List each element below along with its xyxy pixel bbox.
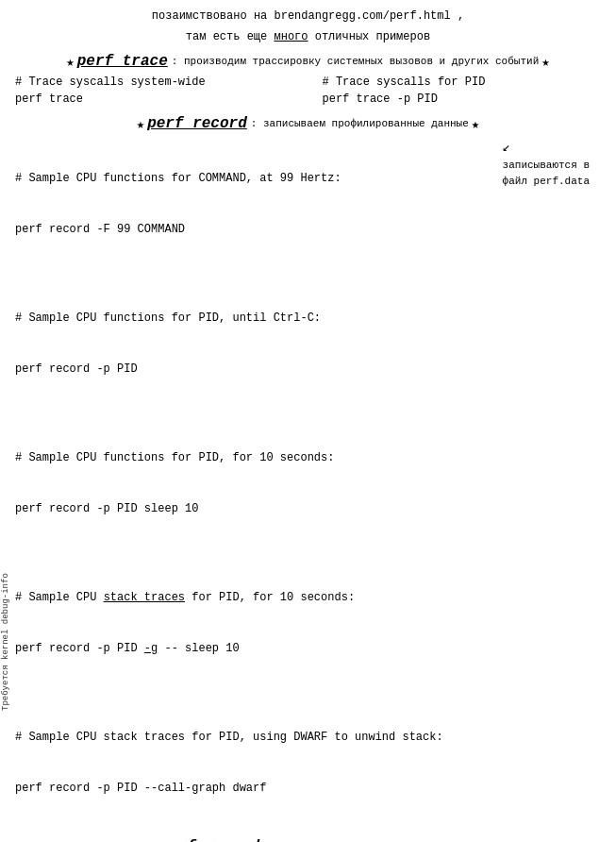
trace-col2-code: perf trace -p PID xyxy=(323,91,602,108)
perf-record2-command: perf record xyxy=(159,838,259,842)
star-icon-record1-left: ★ xyxy=(137,116,144,132)
perf-trace-desc: : производим трассировку системных вызов… xyxy=(172,56,539,67)
perf-record1-command: perf record xyxy=(147,115,247,132)
intro-line1: позаимствовано на brendangregg.com/perf.… xyxy=(15,8,601,25)
perf-record1-desc: : записываем профилированные данные xyxy=(251,118,469,129)
record2-section: ★ perf record : записываем данные трасси… xyxy=(15,838,601,842)
star-icon-trace-left: ★ xyxy=(66,54,74,70)
perf-record1-header: ★ perf record : записываем профилированн… xyxy=(15,115,601,132)
record1-block5: # Sample CPU stack traces for PID, using… xyxy=(15,695,601,831)
stack-traces-underline: stack traces xyxy=(104,591,185,604)
star-icon-record2-left: ★ xyxy=(149,839,157,843)
record1-annotation: ↙ записываются в файл perf.data xyxy=(503,138,590,189)
record1-block4: # Sample CPU stack traces for PID, for 1… xyxy=(15,555,601,691)
perf-record2-header: ★ perf record : записываем данные трасси… xyxy=(15,838,601,842)
star-icon-record2-right: ★ xyxy=(459,839,467,843)
trace-col1-code: perf trace xyxy=(15,91,294,108)
perf-trace-cols: # Trace syscalls system-wide perf trace … xyxy=(15,74,601,108)
star-icon-record1-right: ★ xyxy=(472,116,479,132)
intro-line2: там есть еще много отличных примеров xyxy=(15,28,601,45)
g-flag-underline: -g xyxy=(144,642,158,655)
record1-block2: # Sample CPU functions for PID, until Ct… xyxy=(15,276,601,412)
perf-trace-command: perf trace xyxy=(77,53,168,70)
trace-col2-comment: # Trace syscalls for PID xyxy=(323,74,602,91)
perf-trace-col-left: # Trace syscalls system-wide perf trace xyxy=(15,74,294,108)
sidebar-debug-text: Требуется kernel debug-info xyxy=(1,566,10,717)
perf-trace-col-right: # Trace syscalls for PID perf trace -p P… xyxy=(323,74,602,108)
trace-col1-comment: # Trace syscalls system-wide xyxy=(15,74,294,91)
star-icon-trace-right: ★ xyxy=(541,54,549,70)
record1-block3: # Sample CPU functions for PID, for 10 s… xyxy=(15,415,601,551)
record1-section: ★ perf record : записываем профилированн… xyxy=(15,115,601,831)
perf-trace-header: ★ perf trace : производим трассировку си… xyxy=(15,53,601,70)
